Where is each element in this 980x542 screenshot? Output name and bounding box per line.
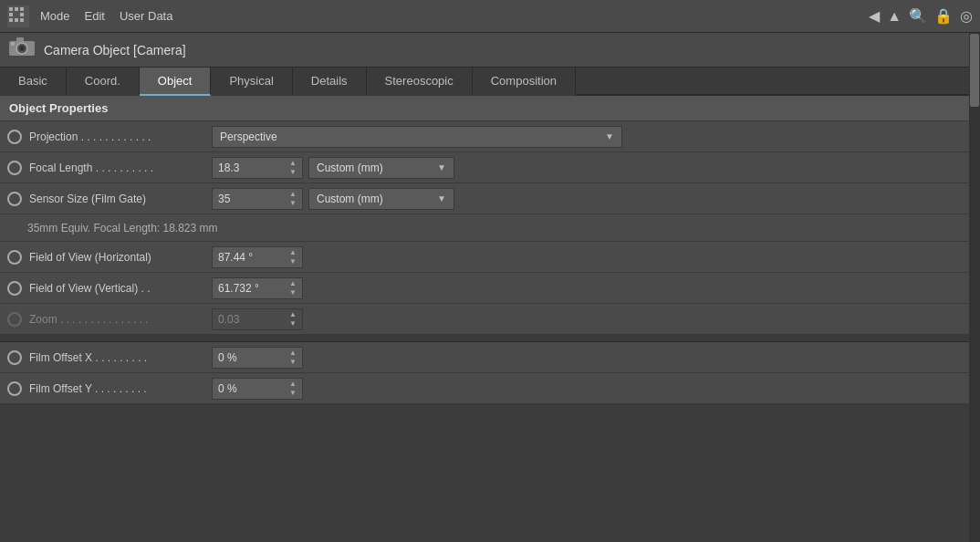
fov-horizontal-value: 87.44 ° xyxy=(218,251,253,264)
film-offset-y-input[interactable]: 0 % ▲ ▼ xyxy=(212,378,303,400)
fov-vertical-input[interactable]: 61.732 ° ▲ ▼ xyxy=(212,277,303,299)
projection-value: Perspective xyxy=(220,130,277,143)
camera-icon xyxy=(9,37,35,62)
fov-horizontal-down[interactable]: ▼ xyxy=(289,257,297,266)
film-offset-y-value: 0 % xyxy=(218,382,237,395)
menu-userdata[interactable]: User Data xyxy=(120,9,173,23)
fov-vertical-row: Field of View (Vertical) . . 61.732 ° ▲ … xyxy=(0,273,980,304)
focal-length-value: 18.3 xyxy=(218,162,239,174)
menu-mode[interactable]: Mode xyxy=(40,9,70,23)
equiv-focal-row: 35mm Equiv. Focal Length: 18.823 mm xyxy=(0,214,980,242)
menu-bar-right: ◀ ▲ 🔍 🔒 ◎ xyxy=(869,7,973,25)
tab-details[interactable]: Details xyxy=(293,68,367,96)
title-bar: Camera Object [Camera] xyxy=(0,33,980,68)
tab-basic[interactable]: Basic xyxy=(0,68,67,96)
film-offset-x-radio[interactable] xyxy=(7,350,22,365)
svg-rect-1 xyxy=(9,7,13,11)
zoom-value: 0.03 xyxy=(218,313,239,326)
film-offset-y-row: Film Offset Y . . . . . . . . . 0 % ▲ ▼ xyxy=(0,373,980,404)
film-offset-x-label: Film Offset X . . . . . . . . . xyxy=(29,351,212,364)
lock-icon[interactable]: 🔒 xyxy=(934,7,953,25)
sensor-size-row: Sensor Size (Film Gate) 35 ▲ ▼ Custom (m… xyxy=(0,183,980,214)
zoom-spinner[interactable]: ▲ ▼ xyxy=(289,310,297,328)
separator xyxy=(0,335,980,342)
tab-stereoscopic[interactable]: Stereoscopic xyxy=(367,68,473,96)
film-offset-y-radio[interactable] xyxy=(7,381,22,396)
svg-rect-7 xyxy=(15,18,18,22)
zoom-label: Zoom . . . . . . . . . . . . . . . xyxy=(29,313,212,326)
svg-rect-3 xyxy=(20,7,24,11)
sensor-size-spinner[interactable]: ▲ ▼ xyxy=(289,190,297,208)
scrollbar-thumb[interactable] xyxy=(970,34,979,107)
fov-horizontal-input[interactable]: 87.44 ° ▲ ▼ xyxy=(212,246,303,268)
app-logo xyxy=(7,5,29,27)
zoom-input[interactable]: 0.03 ▲ ▼ xyxy=(212,308,303,330)
tab-composition[interactable]: Composition xyxy=(473,68,576,96)
focal-length-input[interactable]: 18.3 ▲ ▼ xyxy=(212,157,303,179)
film-offset-y-up[interactable]: ▲ xyxy=(289,380,297,389)
scrollbar-track[interactable] xyxy=(969,33,980,542)
projection-radio[interactable] xyxy=(7,130,22,144)
sensor-size-up[interactable]: ▲ xyxy=(289,190,297,199)
sensor-size-input[interactable]: 35 ▲ ▼ xyxy=(212,188,303,210)
fov-horizontal-row: Field of View (Horizontal) 87.44 ° ▲ ▼ xyxy=(0,242,980,273)
fov-horizontal-radio[interactable] xyxy=(7,250,22,265)
fov-horizontal-up[interactable]: ▲ xyxy=(289,248,297,257)
projection-row: Projection . . . . . . . . . . . . Persp… xyxy=(0,121,980,152)
film-offset-x-up[interactable]: ▲ xyxy=(289,349,297,358)
sensor-size-label: Sensor Size (Film Gate) xyxy=(29,193,212,205)
zoom-radio[interactable] xyxy=(7,312,22,327)
fov-vertical-label: Field of View (Vertical) . . xyxy=(29,282,212,295)
sensor-size-unit-value: Custom (mm) xyxy=(317,193,383,205)
properties-panel: Projection . . . . . . . . . . . . Persp… xyxy=(0,121,980,404)
menu-bar: Mode Edit User Data ◀ ▲ 🔍 🔒 ◎ xyxy=(0,0,980,33)
section-header: Object Properties xyxy=(0,96,980,121)
film-offset-x-spinner[interactable]: ▲ ▼ xyxy=(289,349,297,367)
film-offset-x-down[interactable]: ▼ xyxy=(289,358,297,367)
back-icon[interactable]: ◀ xyxy=(869,7,880,25)
svg-rect-12 xyxy=(16,37,24,42)
svg-point-13 xyxy=(11,42,15,46)
tab-physical[interactable]: Physical xyxy=(211,68,292,96)
focal-length-up[interactable]: ▲ xyxy=(289,159,297,168)
search-icon[interactable]: 🔍 xyxy=(909,7,927,25)
target-icon[interactable]: ◎ xyxy=(960,7,973,25)
fov-vertical-spinner[interactable]: ▲ ▼ xyxy=(289,279,297,297)
fov-horizontal-label: Field of View (Horizontal) xyxy=(29,251,212,264)
tab-coord[interactable]: Coord. xyxy=(67,68,140,96)
svg-rect-4 xyxy=(9,13,13,16)
zoom-row: Zoom . . . . . . . . . . . . . . . 0.03 … xyxy=(0,304,980,335)
film-offset-y-label: Film Offset Y . . . . . . . . . xyxy=(29,382,212,395)
fov-vertical-value: 61.732 ° xyxy=(218,282,259,295)
menu-edit[interactable]: Edit xyxy=(85,9,105,23)
projection-dropdown[interactable]: Perspective ▼ xyxy=(212,126,622,148)
sensor-size-radio[interactable] xyxy=(7,192,22,206)
focal-length-unit-dropdown[interactable]: Custom (mm) ▼ xyxy=(308,157,454,179)
sensor-size-down[interactable]: ▼ xyxy=(289,199,297,208)
svg-rect-8 xyxy=(20,18,24,22)
focal-length-unit-arrow: ▼ xyxy=(437,162,446,172)
sensor-size-unit-dropdown[interactable]: Custom (mm) ▼ xyxy=(308,188,454,210)
fov-horizontal-spinner[interactable]: ▲ ▼ xyxy=(289,248,297,266)
focal-length-radio[interactable] xyxy=(7,161,22,175)
focal-length-row: Focal Length . . . . . . . . . . 18.3 ▲ … xyxy=(0,152,980,183)
fov-vertical-down[interactable]: ▼ xyxy=(289,288,297,297)
film-offset-y-down[interactable]: ▼ xyxy=(289,389,297,398)
svg-point-11 xyxy=(19,46,25,51)
svg-rect-6 xyxy=(9,18,13,22)
film-offset-y-spinner[interactable]: ▲ ▼ xyxy=(289,380,297,398)
focal-length-spinner[interactable]: ▲ ▼ xyxy=(289,159,297,177)
fov-vertical-radio[interactable] xyxy=(7,281,22,296)
equiv-focal-text: 35mm Equiv. Focal Length: 18.823 mm xyxy=(27,222,218,235)
projection-dropdown-arrow: ▼ xyxy=(605,131,614,141)
focal-length-down[interactable]: ▼ xyxy=(289,168,297,177)
fov-vertical-up[interactable]: ▲ xyxy=(289,279,297,288)
projection-label: Projection . . . . . . . . . . . . xyxy=(29,130,212,143)
zoom-up[interactable]: ▲ xyxy=(289,310,297,319)
film-offset-x-input[interactable]: 0 % ▲ ▼ xyxy=(212,347,303,369)
svg-rect-2 xyxy=(15,7,18,11)
tab-object[interactable]: Object xyxy=(140,68,212,96)
zoom-down[interactable]: ▼ xyxy=(289,319,297,328)
up-icon[interactable]: ▲ xyxy=(887,8,902,25)
focal-length-label: Focal Length . . . . . . . . . . xyxy=(29,162,212,174)
